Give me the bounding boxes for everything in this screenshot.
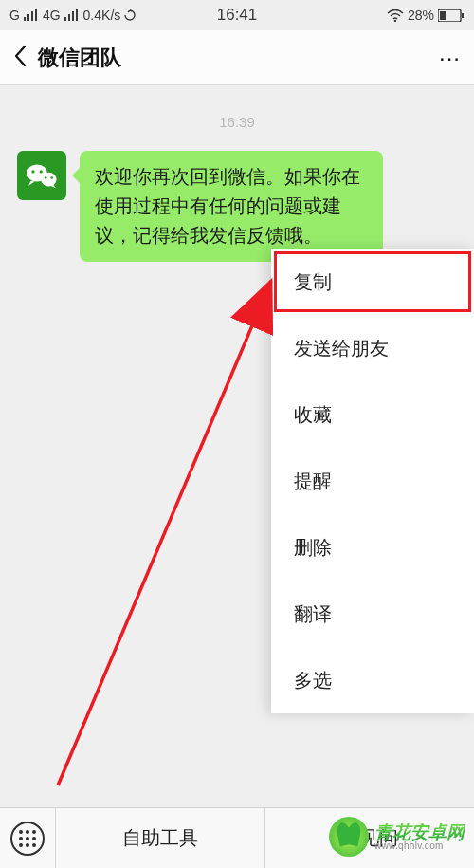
back-button[interactable] (13, 45, 28, 71)
svg-rect-5 (68, 14, 70, 21)
svg-rect-2 (31, 11, 33, 21)
svg-point-14 (40, 170, 43, 173)
sync-icon (124, 9, 136, 21)
keyboard-icon (10, 822, 45, 856)
status-right: 28% (387, 8, 465, 23)
bottom-item-selfservice[interactable]: 自助工具 (55, 808, 264, 868)
svg-rect-11 (462, 13, 464, 18)
bottom-item-faq[interactable]: 常见问 (264, 808, 474, 868)
status-bar: G 4G 0.4K/s 16:41 28% (0, 0, 474, 30)
keyboard-button[interactable] (0, 822, 55, 856)
svg-point-13 (31, 170, 34, 173)
signal-icon-2 (64, 9, 80, 21)
svg-point-17 (50, 176, 53, 179)
menu-delete[interactable]: 删除 (271, 514, 474, 581)
signal-icon (24, 9, 39, 21)
net-speed: 0.4K/s (83, 8, 121, 23)
svg-rect-0 (24, 17, 26, 21)
net-type: G (9, 8, 20, 23)
status-left: G 4G 0.4K/s (9, 8, 136, 23)
net-gen: 4G (43, 8, 61, 23)
svg-rect-6 (72, 11, 74, 21)
menu-translate[interactable]: 翻译 (271, 581, 474, 647)
context-menu: 复制 发送给朋友 收藏 提醒 删除 翻译 多选 (271, 249, 474, 713)
header-left: 微信团队 (13, 44, 121, 72)
svg-rect-1 (27, 14, 29, 21)
more-button[interactable]: ··· (439, 45, 461, 71)
message-bubble-wrap: 欢迎你再次回到微信。如果你在使用过程中有任何的问题或建议，记得给我发信反馈哦。 (80, 151, 383, 262)
menu-copy[interactable]: 复制 (271, 249, 474, 315)
wechat-avatar[interactable] (17, 151, 66, 200)
battery-pct: 28% (408, 8, 434, 23)
status-time: 16:41 (217, 6, 258, 25)
svg-rect-4 (64, 17, 66, 21)
menu-favorite[interactable]: 收藏 (271, 381, 474, 448)
bottom-bar: 自助工具 常见问 (0, 807, 474, 868)
svg-point-8 (394, 19, 396, 21)
menu-send-friend[interactable]: 发送给朋友 (271, 315, 474, 381)
svg-rect-7 (76, 9, 78, 21)
message-row: 欢迎你再次回到微信。如果你在使用过程中有任何的问题或建议，记得给我发信反馈哦。 (0, 151, 474, 262)
svg-rect-10 (440, 11, 446, 20)
wifi-icon (387, 9, 404, 22)
chat-timestamp: 16:39 (0, 114, 474, 130)
chat-title: 微信团队 (38, 44, 121, 72)
chat-header: 微信团队 ··· (0, 30, 474, 85)
svg-point-15 (41, 173, 56, 187)
menu-remind[interactable]: 提醒 (271, 448, 474, 514)
svg-rect-3 (35, 9, 37, 21)
svg-point-16 (45, 176, 47, 179)
menu-multiselect[interactable]: 多选 (271, 647, 474, 713)
message-bubble[interactable]: 欢迎你再次回到微信。如果你在使用过程中有任何的问题或建议，记得给我发信反馈哦。 (80, 151, 383, 262)
battery-icon (438, 9, 465, 22)
